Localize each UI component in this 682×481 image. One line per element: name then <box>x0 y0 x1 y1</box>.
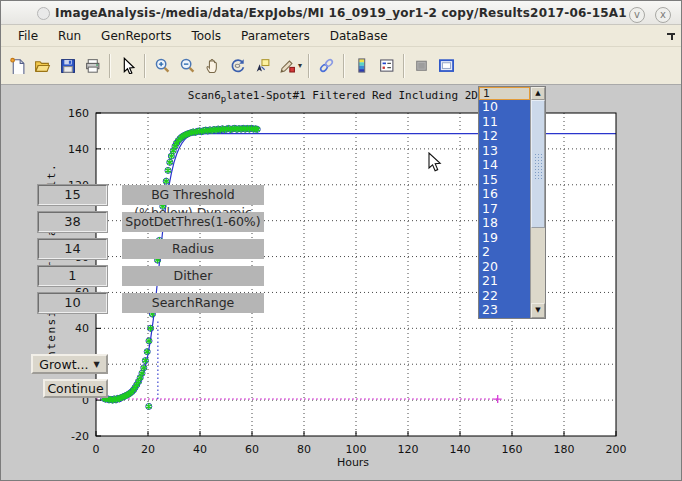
listbox-item-21[interactable]: 21 <box>479 274 530 289</box>
svg-text:40: 40 <box>75 322 89 335</box>
svg-text:200: 200 <box>606 443 627 456</box>
toolbar-separator <box>144 54 146 78</box>
menu-item-tools[interactable]: Tools <box>182 27 230 45</box>
listbox-item-12[interactable]: 12 <box>479 129 530 144</box>
brush-dropdown-icon[interactable] <box>275 53 300 79</box>
svg-text:80: 80 <box>297 443 311 456</box>
listbox-item-2[interactable]: 2 <box>479 245 530 260</box>
data-cursor-icon[interactable] <box>250 53 275 79</box>
mouse-cursor-icon <box>428 152 442 173</box>
scroll-down-icon[interactable]: ▼ <box>531 303 545 318</box>
bg-threshold-subtext: (%below) Dynamic <box>122 206 264 213</box>
toolbar-separator <box>308 54 310 78</box>
menu-item-file[interactable]: File <box>9 27 47 45</box>
link-plots-icon[interactable] <box>314 53 339 79</box>
plain-square-icon[interactable] <box>409 53 434 79</box>
listbox-item-19[interactable]: 19 <box>479 231 530 246</box>
param-label-spotdetthres-1-60-: SpotDetThres(1-60%) <box>122 212 264 232</box>
brush-dropdown-arrow-icon[interactable]: ▾ <box>298 61 302 70</box>
listbox-focused-item[interactable]: 1 <box>479 87 530 100</box>
toolbar-group <box>5 53 105 79</box>
param-label-bg-threshold: BG Threshold <box>122 185 264 205</box>
svg-text:Hours: Hours <box>337 456 369 469</box>
insert-legend-icon[interactable] <box>374 53 399 79</box>
continue-button[interactable]: Continue <box>43 379 108 398</box>
window-title: ImageAnalysis-/media/data/ExpJobs/MI 16_… <box>1 6 681 20</box>
scrollbar-thumb[interactable] <box>531 100 545 228</box>
listbox-item-20[interactable]: 20 <box>479 260 530 275</box>
svg-text:-20: -20 <box>71 430 89 443</box>
spot-number-listbox[interactable]: 1 10111213141516171819220212223 ▲ ▼ <box>478 86 546 319</box>
param-label-radius: Radius <box>122 239 264 259</box>
param-value-spotdetthres-1-60-[interactable]: 38 <box>38 212 107 232</box>
open-folder-icon[interactable] <box>30 53 55 79</box>
save-icon[interactable] <box>55 53 80 79</box>
param-label-searchrange: SearchRange <box>122 293 264 313</box>
listbox-item-11[interactable]: 11 <box>479 115 530 130</box>
param-value-bg-threshold[interactable]: 15 <box>38 185 107 205</box>
zoom-in-icon[interactable] <box>150 53 175 79</box>
print-icon[interactable] <box>80 53 105 79</box>
menu-item-database[interactable]: DataBase <box>321 27 397 45</box>
svg-text:40: 40 <box>193 443 207 456</box>
scroll-up-icon[interactable]: ▲ <box>531 87 545 100</box>
app-window: ImageAnalysis-/media/data/ExpJobs/MI 16_… <box>0 0 682 481</box>
svg-text:160: 160 <box>68 107 89 120</box>
dropdown-arrow-icon: ▼ <box>94 360 100 369</box>
param-value-dither[interactable]: 1 <box>38 266 107 286</box>
insert-colorbar-icon[interactable] <box>349 53 374 79</box>
close-window-button[interactable]: x <box>655 7 671 23</box>
toolbar: ▾ <box>1 47 681 85</box>
listbox-item-10[interactable]: 10 <box>479 100 530 115</box>
toolbar-group <box>409 53 459 79</box>
listbox-scrollbar[interactable]: ▲ ▼ <box>530 87 545 318</box>
growth-menu-button[interactable]: Growt... ▼ <box>31 354 108 374</box>
listbox-item-17[interactable]: 17 <box>479 202 530 217</box>
pan-hand-icon[interactable] <box>200 53 225 79</box>
pointer-icon[interactable] <box>115 53 140 79</box>
param-value-radius[interactable]: 14 <box>38 239 107 259</box>
svg-text:120: 120 <box>398 443 419 456</box>
listbox-item-14[interactable]: 14 <box>479 158 530 173</box>
zoom-out-icon[interactable] <box>175 53 200 79</box>
svg-text:180: 180 <box>554 443 575 456</box>
window-menu-icon[interactable] <box>37 7 50 20</box>
menu-item-genreports[interactable]: GenReports <box>92 27 180 45</box>
menu-bar: FileRunGenReportsToolsParametersDataBase <box>1 25 681 47</box>
figure-area: 020406080100120140160180200-200204060801… <box>1 85 682 481</box>
axes-box-icon[interactable] <box>434 53 459 79</box>
new-file-icon[interactable] <box>5 53 30 79</box>
listbox-item-23[interactable]: 23 <box>479 303 530 318</box>
listbox-item-16[interactable]: 16 <box>479 187 530 202</box>
menu-overflow-icon[interactable] <box>666 31 676 41</box>
toolbar-group <box>115 53 140 79</box>
title-bar[interactable]: ImageAnalysis-/media/data/ExpJobs/MI 16_… <box>1 1 681 25</box>
svg-text:140: 140 <box>68 143 89 156</box>
svg-text:20: 20 <box>141 443 155 456</box>
listbox-item-15[interactable]: 15 <box>479 173 530 188</box>
listbox-item-13[interactable]: 13 <box>479 144 530 159</box>
shade-window-button[interactable]: v <box>629 7 645 23</box>
toolbar-group <box>314 53 339 79</box>
svg-text:160: 160 <box>502 443 523 456</box>
svg-text:140: 140 <box>450 443 471 456</box>
toolbar-group <box>349 53 399 79</box>
menu-item-run[interactable]: Run <box>49 27 90 45</box>
toolbar-group: ▾ <box>150 53 304 79</box>
svg-text:60: 60 <box>245 443 259 456</box>
toolbar-separator <box>403 54 405 78</box>
thumb-grip-icon <box>534 153 543 179</box>
rotate-3d-icon[interactable] <box>225 53 250 79</box>
svg-text:0: 0 <box>93 443 100 456</box>
toolbar-separator <box>343 54 345 78</box>
listbox-item-22[interactable]: 22 <box>479 289 530 304</box>
menu-item-parameters[interactable]: Parameters <box>232 27 319 45</box>
param-label-dither: Dither <box>122 266 264 286</box>
toolbar-separator <box>109 54 111 78</box>
param-value-searchrange[interactable]: 10 <box>38 293 107 313</box>
svg-text:100: 100 <box>346 443 367 456</box>
listbox-item-18[interactable]: 18 <box>479 216 530 231</box>
